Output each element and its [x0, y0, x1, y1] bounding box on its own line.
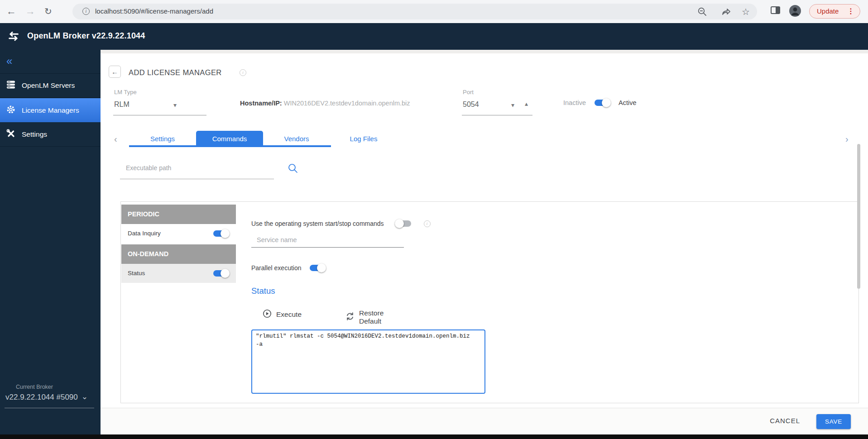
restore-default-label: Restore Default	[359, 309, 384, 325]
tab-log-files[interactable]: Log Files	[330, 131, 397, 147]
state-toggle-row: Inactive Active	[563, 98, 636, 107]
cancel-button[interactable]: CANCEL	[770, 417, 800, 425]
vertical-scrollbar[interactable]	[857, 144, 860, 289]
toggle-knob	[317, 263, 326, 272]
port-label: Port	[463, 89, 474, 95]
data-inquiry-toggle[interactable]	[212, 229, 230, 238]
current-broker-label: Current Broker	[16, 384, 53, 390]
service-name-field	[251, 234, 404, 248]
toggle-knob	[221, 229, 230, 238]
tab-scroll-left-icon[interactable]: ‹	[114, 134, 117, 144]
share-icon[interactable]	[721, 7, 731, 17]
sidebar-item-settings[interactable]: Settings	[0, 123, 101, 147]
profile-avatar[interactable]	[789, 5, 801, 17]
hostname-label: Hostname/IP:	[240, 100, 282, 107]
browser-toolbar: ← → ↻ i localhost:5090/#/license-manager…	[0, 0, 868, 23]
tools-icon	[6, 129, 16, 140]
address-bar[interactable]: i localhost:5090/#/license-managers/add …	[72, 4, 757, 19]
port-value: 5054	[463, 100, 479, 109]
executable-path-field	[120, 161, 274, 179]
footer-action-bar: CANCEL SAVE	[101, 408, 868, 434]
openlm-logo-icon	[7, 31, 20, 43]
os-commands-toggle[interactable]	[395, 219, 412, 228]
star-glyph: ☆	[742, 7, 750, 17]
update-label: Update	[817, 7, 839, 15]
group-header-on-demand: ON-DEMAND	[121, 244, 236, 264]
browser-refresh-icon[interactable]: ↻	[44, 5, 52, 17]
sidebar-collapse-row: «	[0, 50, 101, 74]
search-icon[interactable]	[288, 163, 298, 176]
browser-menu-icon[interactable]: ⋮	[847, 7, 854, 15]
hostname-row: Hostname/IP: WIN2016DEV2.testdev1domain.…	[240, 100, 410, 107]
execute-label: Execute	[276, 310, 302, 319]
dropdown-caret-icon[interactable]: ▾	[173, 101, 177, 109]
executable-path-input[interactable]	[126, 164, 266, 172]
chevron-down-icon: ⌄	[82, 392, 88, 401]
lm-type-field[interactable]: LM Type RLM ▾	[113, 89, 206, 115]
gear-icon	[6, 105, 16, 116]
tab-commands[interactable]: Commands	[196, 131, 263, 147]
main-card: ← ADD LICENSE MANAGER i LM Type RLM ▾ Ho…	[101, 53, 868, 408]
sidebar-item-label: Settings	[22, 130, 47, 138]
sidebar-collapse-icon[interactable]: «	[6, 55, 12, 67]
execute-button[interactable]: Execute	[263, 309, 302, 320]
update-button[interactable]: Update ⋮	[809, 4, 860, 19]
command-row-label: Data Inquiry	[128, 230, 161, 237]
page-back-button[interactable]: ←	[109, 66, 121, 78]
url-text[interactable]: localhost:5090/#/license-managers/add	[95, 7, 213, 15]
servers-icon	[6, 80, 16, 91]
content-area: ← ADD LICENSE MANAGER i LM Type RLM ▾ Ho…	[101, 50, 868, 434]
sidebar-item-openlm-servers[interactable]: OpenLM Servers	[0, 74, 101, 98]
sidebar-item-license-managers[interactable]: License Managers	[0, 98, 101, 122]
os-commands-info-icon[interactable]: i	[424, 220, 431, 227]
broker-underline	[5, 408, 94, 408]
side-panel-icon[interactable]	[771, 6, 780, 14]
port-field[interactable]: Port 5054 ▾ ▴	[462, 89, 532, 115]
parallel-execution-toggle[interactable]	[309, 263, 326, 272]
command-list: PERIODIC Data Inquiry ON-DEMAND Status	[121, 205, 236, 283]
os-commands-row: Use the operating system start/stop comm…	[251, 219, 431, 228]
tab-bar: Settings Commands Vendors Log Files	[129, 131, 397, 147]
app-title: OpenLM Broker v22.9.22.1044	[27, 31, 145, 41]
site-info-icon[interactable]: i	[82, 8, 90, 15]
browser-forward-icon[interactable]: →	[25, 5, 35, 17]
active-state-toggle[interactable]	[594, 98, 611, 107]
status-section-title: Status	[251, 286, 275, 296]
browser-back-icon[interactable]: ←	[6, 5, 16, 17]
port-decrement-icon[interactable]: ▾	[511, 101, 514, 109]
sidebar-item-label: License Managers	[22, 106, 79, 115]
tab-vendors[interactable]: Vendors	[263, 131, 330, 147]
lm-type-value: RLM	[114, 100, 129, 109]
toggle-knob	[395, 219, 404, 228]
save-button[interactable]: SAVE	[816, 414, 851, 429]
toggle-knob	[221, 269, 230, 278]
title-info-icon[interactable]: i	[240, 69, 246, 76]
tab-scroll-right-icon[interactable]: ›	[845, 134, 849, 144]
tab-settings[interactable]: Settings	[129, 131, 196, 147]
service-name-input[interactable]	[257, 236, 397, 243]
command-row-status[interactable]: Status	[121, 264, 236, 283]
tab-indicator	[129, 145, 331, 147]
zoom-out-icon[interactable]	[697, 7, 707, 17]
parallel-execution-label: Parallel execution	[251, 264, 302, 272]
active-label: Active	[619, 99, 637, 106]
current-broker-value: v22.9.22.1044 #5090	[5, 393, 78, 402]
toggle-knob	[602, 98, 611, 107]
refresh-sync-icon	[345, 312, 355, 323]
os-commands-label: Use the operating system start/stop comm…	[251, 220, 384, 227]
command-row-data-inquiry[interactable]: Data Inquiry	[121, 224, 236, 243]
lm-type-label: LM Type	[114, 89, 137, 95]
commands-panel: PERIODIC Data Inquiry ON-DEMAND Status U…	[120, 201, 859, 403]
bookmark-star-icon[interactable]: ☆	[742, 7, 752, 17]
bottom-strip	[0, 434, 868, 439]
status-command-toggle[interactable]	[212, 269, 230, 278]
port-increment-icon[interactable]: ▴	[525, 100, 528, 107]
page-title: ADD LICENSE MANAGER	[129, 68, 222, 77]
screen: ← → ↻ i localhost:5090/#/license-manager…	[0, 0, 868, 439]
play-circle-icon	[263, 309, 272, 320]
restore-default-button[interactable]: Restore Default	[345, 309, 384, 325]
parallel-execution-row: Parallel execution	[251, 263, 326, 272]
command-textarea[interactable]: "rlmutil" rlmstat -c 5054@WIN2016DEV2.te…	[251, 329, 485, 394]
group-header-periodic: PERIODIC	[121, 205, 236, 224]
app-header: OpenLM Broker v22.9.22.1044	[0, 23, 868, 50]
